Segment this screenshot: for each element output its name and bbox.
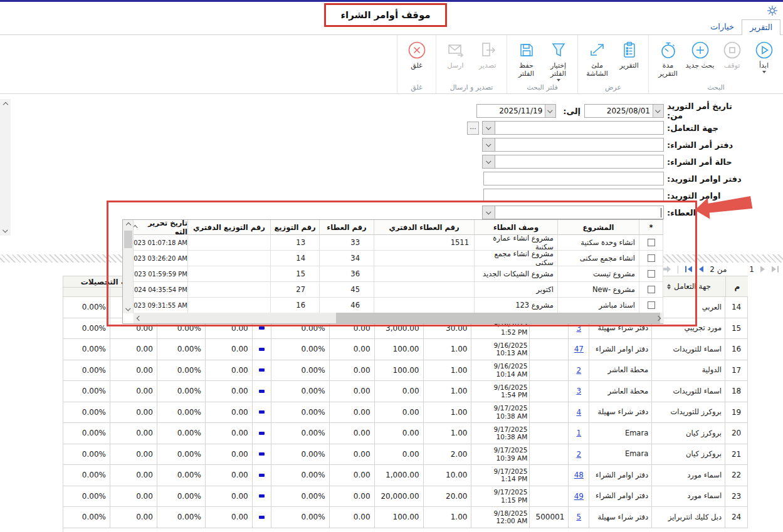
tender-header-desc[interactable]: وصف العطاء <box>475 220 558 235</box>
start-dropdown-caret[interactable] <box>762 71 766 73</box>
order-count-link[interactable]: 48 <box>574 471 584 479</box>
tender-input[interactable] <box>495 206 664 219</box>
po-book-combo[interactable] <box>482 138 664 152</box>
tender-row[interactable]: 2/2023 09:31:55 AM1646مشروع 123اسناد مبا… <box>134 298 663 313</box>
prev-page-button[interactable] <box>698 266 704 273</box>
save-filter-button[interactable]: حفظ الفلتر <box>511 38 542 78</box>
row-checkbox[interactable] <box>648 270 655 278</box>
tender-header-edit_date[interactable]: تاريخ تحرير التو <box>134 220 188 235</box>
tab-report[interactable]: التقرير <box>742 19 780 35</box>
filter-panel-scrollbar[interactable] <box>0 99 11 236</box>
table-row[interactable]: 0.00%0.000.00%0.000.00%0.0020,000.0020.0… <box>63 486 748 508</box>
row-checkbox[interactable] <box>648 254 655 262</box>
popup-scroll-down-icon[interactable] <box>123 304 134 313</box>
popup-vscroll-thumb[interactable] <box>124 231 132 248</box>
party-combo[interactable] <box>482 121 664 135</box>
cell-n2: 0.00 <box>206 423 253 444</box>
party-dropdown-button[interactable] <box>482 121 495 135</box>
row-checkbox[interactable] <box>648 239 655 246</box>
cell-qty: 1.00 <box>424 423 472 444</box>
header-party[interactable]: جهة التعامل <box>653 276 726 297</box>
send-button: ارسل <box>440 38 471 70</box>
tender-header-tender_no[interactable]: رقم العطاء <box>320 220 374 235</box>
popup-scroll-up-icon[interactable] <box>123 220 134 229</box>
date-from-picker[interactable]: 2025/08/01 <box>584 104 664 118</box>
last-page-button[interactable] <box>771 266 779 273</box>
po-book-input[interactable] <box>495 138 664 152</box>
order-count-link[interactable]: 2 <box>576 450 581 459</box>
next-page-button[interactable] <box>760 266 765 273</box>
tab-options[interactable]: خيارات <box>703 19 742 34</box>
order-count-link[interactable]: 47 <box>574 345 584 353</box>
header-row-number[interactable]: م <box>726 276 748 297</box>
tender-row[interactable]: /2023 03:26:20 AM1434مشروع انشاء مجمع سك… <box>134 251 663 266</box>
so-input[interactable] <box>483 189 664 202</box>
first-page-button[interactable] <box>685 266 693 273</box>
cell-amount: 100.00 <box>375 360 424 382</box>
po-book-dropdown-button[interactable] <box>482 138 495 152</box>
row-checkbox[interactable] <box>648 301 655 309</box>
choose-filter-caret[interactable] <box>557 79 560 81</box>
table-row[interactable]: 0.00%0.000.00%0.000.00%0.00100.001.009/1… <box>63 360 748 382</box>
date-to-dropdown-button[interactable] <box>545 105 555 117</box>
popup-vertical-scrollbar[interactable] <box>123 220 134 313</box>
cell-link: 49 <box>569 486 589 508</box>
order-count-link[interactable]: 4 <box>576 408 581 417</box>
start-button[interactable]: ابدأ <box>749 38 779 73</box>
tender-cell-desc: مشروع انشاء عمارة سكنية <box>475 235 558 251</box>
tender-row[interactable]: /2023 01:59:59 PM1536مشروع الشيكات الجدي… <box>134 266 663 282</box>
order-count-link[interactable]: 3 <box>576 324 581 333</box>
table-row[interactable]: 0.00%0.000.00%0.000.00%0.000.001.009/17/… <box>63 402 748 424</box>
party-browse-button[interactable]: ... <box>467 122 479 135</box>
popup-horizontal-scrollbar[interactable] <box>134 313 664 323</box>
table-row[interactable]: 0.00%0.000.00%0.000.00%0.00100.001.009/1… <box>63 339 748 360</box>
po-status-dropdown-button[interactable] <box>482 155 495 169</box>
tender-row[interactable]: 3/2023 01:07:18 AM13331511مشروع انشاء عم… <box>134 235 663 251</box>
report-duration-button[interactable]: مدة التقرير <box>653 38 683 78</box>
order-count-link[interactable]: 3 <box>576 387 581 395</box>
sort-icon[interactable] <box>667 284 671 289</box>
detach-arrow-icon[interactable] <box>662 266 671 273</box>
report-view-button[interactable]: التقرير <box>614 38 644 70</box>
table-row[interactable]: 0.00%0.000.00%0.000.00%0.001,000.0010.00… <box>63 465 748 486</box>
table-row[interactable]: 0.00%0.000.00%0.000.00%0.000.001.009/17/… <box>63 423 748 444</box>
party-input[interactable] <box>495 121 664 135</box>
new-search-button[interactable]: بحث جديد <box>685 38 715 70</box>
order-count-link[interactable]: 49 <box>574 492 584 501</box>
choose-filter-button[interactable]: إختيار الفلتر <box>543 38 574 81</box>
tender-cell-edit_date: /2023 01:59:59 PM <box>134 266 188 282</box>
tender-header-tender_book_no[interactable]: رقم العطاء الدفتري <box>374 220 475 235</box>
tender-header-dist_no[interactable]: رقم التوزيع <box>271 220 320 235</box>
scroll-down-icon[interactable] <box>0 225 11 236</box>
tender-header-star[interactable]: * <box>639 220 663 235</box>
scroll-up-icon[interactable] <box>0 99 11 110</box>
cell-num: 24 <box>725 507 748 528</box>
date-to-picker[interactable]: 2025/11/19 <box>476 104 556 118</box>
tender-row[interactable]: /2024 04:35:54 PM2745اكتوبرمشروع -New <box>134 282 663 298</box>
po-status-combo[interactable] <box>482 155 664 169</box>
cell-p2: 0.00% <box>157 507 206 528</box>
tender-combo[interactable] <box>482 206 664 219</box>
close-button[interactable]: غلق <box>401 38 432 70</box>
fullscreen-button[interactable]: ملئ الشاشة <box>582 38 612 78</box>
order-count-link[interactable]: 1 <box>576 429 581 437</box>
popup-hscroll-thumb[interactable] <box>336 313 660 323</box>
cell-sq <box>253 507 271 528</box>
date-from-dropdown-button[interactable] <box>653 105 663 117</box>
table-row[interactable]: 0.00%0.000.00%0.000.00%0.00100.001.009/1… <box>63 507 748 528</box>
play-icon <box>755 39 774 61</box>
order-count-link[interactable]: 5 <box>576 513 581 521</box>
tender-dropdown-button[interactable] <box>482 206 495 219</box>
po-status-input[interactable] <box>495 155 664 169</box>
tender-header-project[interactable]: المشروع <box>558 220 639 235</box>
so-book-input[interactable] <box>483 172 664 185</box>
new-search-label: بحث جديد <box>686 61 715 70</box>
status-square-icon <box>259 516 265 519</box>
order-count-link[interactable]: 2 <box>576 366 581 375</box>
cell-n3: 0.00 <box>330 423 375 444</box>
tender-header-dist_book_no[interactable]: رقم التوزيع الدفتري <box>188 220 271 235</box>
popup-scroll-left-icon[interactable] <box>134 313 145 323</box>
table-row[interactable]: 0.00%0.000.00%0.000.00%0.000.001.009/16/… <box>63 381 748 402</box>
table-row[interactable]: 0.00%0.000.00%0.000.00%0.000.002.009/17/… <box>63 444 748 466</box>
row-checkbox[interactable] <box>648 286 655 293</box>
